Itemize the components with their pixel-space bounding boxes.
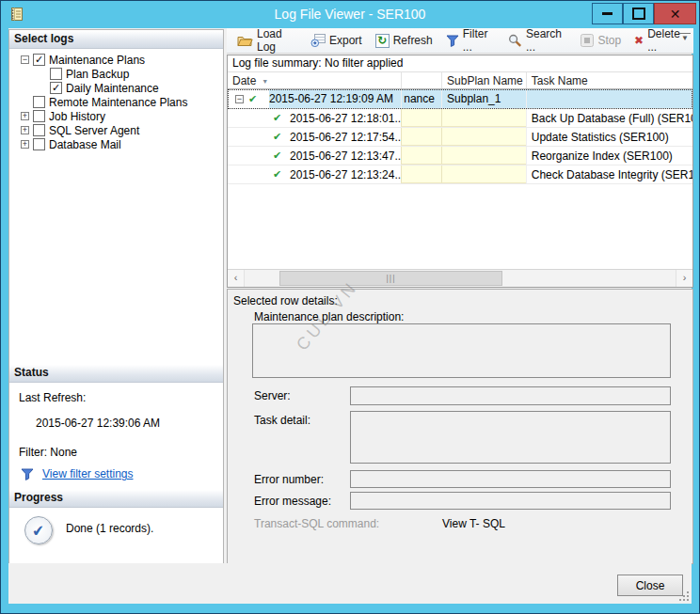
cell-subplan: Subplan_1 (441, 89, 526, 108)
close-window-button[interactable]: ✕ (654, 3, 696, 24)
tree-item-label: Daily Maintenance (66, 82, 159, 95)
toolbar-label: Load Log (257, 27, 297, 54)
checkbox-remote-maintenance-plans[interactable] (33, 96, 45, 108)
table-row[interactable]: ✔2015-06-27 12:17:54...Update Statistics… (228, 128, 692, 147)
caption-buttons: ✕ (592, 3, 696, 24)
toolbar-search-button[interactable]: Search ... (501, 25, 574, 55)
date-cell: ✔2015-06-27 12:18:01... (228, 109, 401, 127)
refresh-icon: ↻ (375, 34, 390, 48)
expand-icon[interactable]: + (21, 112, 29, 120)
toolbar-load-log-button[interactable]: Load Log (231, 25, 304, 55)
progress-section: Progress ✔ Done (1 records). (9, 489, 223, 553)
row-gutter: ✔ (228, 165, 290, 183)
tree-item-plan-backup[interactable]: Plan Backup (9, 67, 223, 81)
date-value: 2015-06-27 12:13:24... (290, 168, 401, 181)
progress-text: Done (1 records). (66, 522, 153, 544)
toolbar-label: Export (329, 34, 362, 47)
sort-filter-icon[interactable]: ▼ (262, 78, 268, 85)
toolbar-label: Filter ... (463, 27, 495, 54)
collapse-icon[interactable]: − (21, 55, 29, 64)
tree-item-database-mail[interactable]: +Database Mail (9, 137, 223, 151)
error-number-label: Error number: (254, 473, 324, 486)
maximize-button[interactable] (623, 3, 654, 24)
success-check-icon: ✔ (248, 93, 257, 105)
date-cell: ✔2015-06-27 12:17:54... (228, 128, 401, 146)
last-refresh-label: Last Refresh: (19, 391, 214, 404)
scroll-right-button[interactable]: › (676, 270, 692, 287)
table-row[interactable]: ✔2015-06-27 12:13:47...Reorganize Index … (228, 147, 692, 165)
tree-item-daily-maintenance[interactable]: ✓Daily Maintenance (9, 81, 223, 95)
description-field (252, 323, 671, 378)
tree-item-label: Remote Maintenance Plans (49, 96, 187, 109)
search-icon (508, 34, 522, 47)
column-header-date[interactable]: Date▼ (228, 72, 401, 88)
export-icon (310, 34, 326, 47)
column-header-2[interactable] (401, 72, 441, 88)
tree-item-sql-server-agent[interactable]: +SQL Server Agent (9, 123, 223, 137)
row-gutter: ✔ (228, 128, 290, 146)
filter-icon (446, 35, 459, 47)
last-refresh-value: 2015-06-27 12:39:06 AM (36, 417, 214, 430)
toolbar-export-button[interactable]: Export (304, 32, 369, 49)
expand-icon[interactable]: + (21, 126, 29, 134)
table-row[interactable]: −✔2015-06-27 12:19:09 AMnanceSubplan_1 (228, 89, 692, 109)
horizontal-scrollbar[interactable]: ‹ ||| › (228, 269, 692, 287)
checkbox-maintenance-plans[interactable]: ✓ (33, 54, 45, 66)
status-section: Status Last Refresh: 2015-06-27 12:39:06… (9, 364, 223, 480)
cell-taskname: Back Up Database (Full) (SER100) (526, 109, 692, 127)
table-row[interactable]: ✔2015-06-27 12:13:24...Check Database In… (228, 165, 692, 184)
cell-taskname: Update Statistics (SER100) (526, 128, 692, 146)
checkbox-sql-server-agent[interactable] (33, 124, 45, 136)
tree-item-job-history[interactable]: +Job History (9, 109, 223, 123)
cell-col2: nance (401, 89, 441, 108)
view-filter-settings-link[interactable]: View filter settings (42, 467, 134, 480)
cell-taskname: Check Database Integrity (SER1... (526, 165, 692, 183)
column-header-taskname[interactable]: Task Name (526, 72, 692, 88)
done-check-icon: ✔ (24, 516, 53, 544)
tree-item-label: Plan Backup (66, 68, 129, 81)
resize-grip[interactable] (687, 599, 689, 601)
date-value: 2015-06-27 12:18:01... (290, 112, 401, 125)
left-panel: Select logs −✓Maintenance PlansPlan Back… (8, 29, 224, 565)
cell-taskname (526, 89, 692, 108)
column-header-subplan[interactable]: SubPlan Name (441, 72, 526, 88)
tsql-command-label: Transact-SQL command: (254, 517, 379, 530)
details-header: Selected row details: (233, 294, 338, 307)
error-message-label: Error message: (254, 495, 331, 508)
task-detail-field (350, 411, 671, 464)
checkbox-database-mail[interactable] (33, 138, 45, 150)
cell-taskname: Reorganize Index (SER100) (526, 147, 692, 165)
toolbar-filter-button[interactable]: Filter ... (439, 25, 501, 55)
toolbar-refresh-button[interactable]: ↻Refresh (369, 32, 439, 50)
scroll-left-button[interactable]: ‹ (228, 270, 245, 287)
tree-item-label: SQL Server Agent (49, 124, 139, 137)
expand-icon[interactable]: + (21, 140, 29, 149)
success-check-icon: ✔ (273, 168, 281, 181)
log-summary: Log file summary: No filter applied (228, 55, 692, 72)
tree-item-maintenance-plans[interactable]: −✓Maintenance Plans (9, 53, 223, 67)
minimize-button[interactable] (592, 3, 623, 24)
scrollbar-thumb[interactable]: ||| (279, 271, 502, 286)
log-tree: −✓Maintenance PlansPlan Backup✓Daily Mai… (9, 49, 223, 151)
dialog-content: Select logs −✓Maintenance PlansPlan Back… (8, 28, 692, 604)
date-value: 2015-06-27 12:17:54... (290, 131, 401, 144)
toolbar-overflow-button[interactable]: ▼ (679, 33, 691, 42)
tree-item-remote-maintenance-plans[interactable]: Remote Maintenance Plans (9, 95, 223, 109)
checkbox-job-history[interactable] (33, 110, 45, 122)
tree-item-label: Maintenance Plans (49, 54, 145, 67)
checkbox-daily-maintenance[interactable]: ✓ (50, 82, 62, 94)
date-cell: ✔2015-06-27 12:13:24... (228, 165, 401, 183)
filter-status: Filter: None (19, 446, 214, 459)
collapse-icon[interactable]: − (235, 95, 244, 103)
success-check-icon: ✔ (273, 131, 281, 143)
server-label: Server: (254, 389, 291, 402)
view-tsql-link[interactable]: View T- SQL (442, 517, 505, 530)
checkbox-plan-backup[interactable] (50, 68, 62, 80)
toolbar-label: Stop (597, 34, 621, 47)
date-cell: ✔2015-06-27 12:13:47... (228, 147, 401, 165)
table-row[interactable]: ✔2015-06-27 12:18:01...Back Up Database … (228, 109, 692, 128)
date-value: 2015-06-27 12:13:47... (290, 150, 401, 163)
row-gutter: ✔ (228, 109, 290, 127)
row-gutter: ✔ (228, 147, 290, 165)
close-button[interactable]: Close (617, 575, 683, 596)
